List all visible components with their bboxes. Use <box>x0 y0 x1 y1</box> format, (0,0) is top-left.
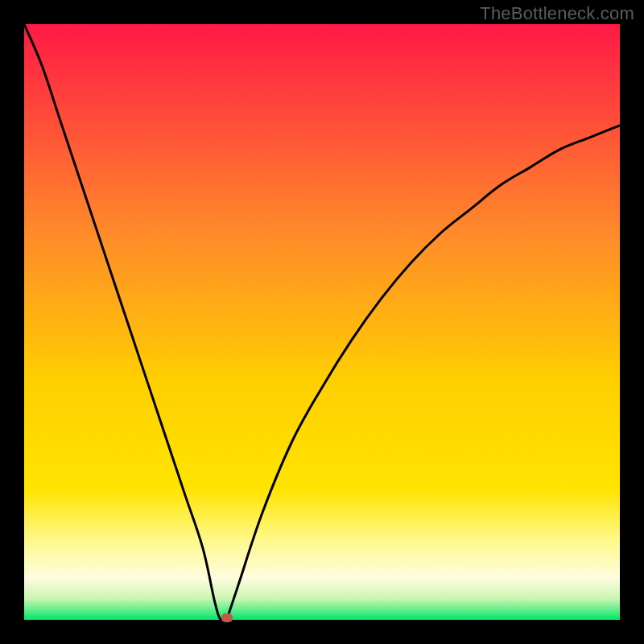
optimum-marker <box>221 613 233 622</box>
plot-area <box>24 24 620 620</box>
bottleneck-curve <box>24 24 620 620</box>
watermark-text: TheBottleneck.com <box>480 3 634 24</box>
chart-frame: TheBottleneck.com <box>0 0 644 644</box>
curve-path <box>24 24 620 620</box>
